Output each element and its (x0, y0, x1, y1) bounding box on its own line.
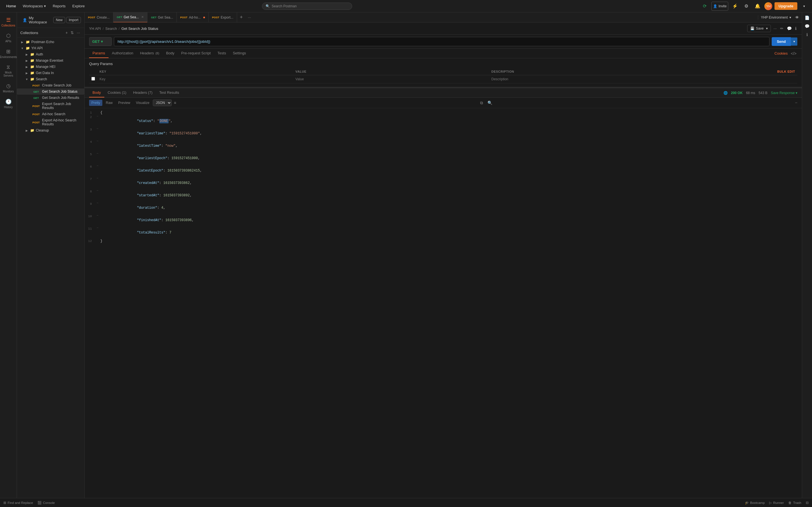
tree-item-get-data-in[interactable]: ▶ 📁 Get Data In (17, 70, 84, 76)
tree-item-get-search-job-status[interactable]: GET Get Search Job Status (17, 89, 84, 95)
tab-pre-request[interactable]: Pre-request Script (178, 49, 214, 58)
code-view-button[interactable]: </> (790, 50, 797, 57)
lightning-icon[interactable]: ⚡ (730, 2, 740, 11)
tree-item-get-search-job-results[interactable]: GET Get Search Job Results (17, 95, 84, 101)
tree-item-search[interactable]: ▼ 📁 Search (17, 76, 84, 82)
add-collection-button[interactable]: + (64, 30, 68, 36)
tab-params[interactable]: Params (89, 49, 109, 58)
docs-icon[interactable]: 📄 (804, 15, 810, 21)
new-collection-button[interactable]: New (53, 17, 65, 23)
url-input[interactable] (114, 37, 769, 46)
tree-item-manage-hei[interactable]: ▶ 📁 Manage HEI (17, 64, 84, 70)
upgrade-button[interactable]: Upgrade (774, 2, 797, 10)
search-response-button[interactable]: 🔍 (486, 100, 493, 106)
import-button[interactable]: Import (66, 17, 81, 23)
value-input[interactable] (296, 77, 487, 81)
expand-arrow: ▶ (25, 53, 29, 56)
copy-button[interactable]: ⧉ (479, 100, 484, 106)
format-pretty[interactable]: Pretty (89, 100, 102, 106)
sidebar-item-mock-servers[interactable]: ⧖ Mock Servers (1, 62, 16, 79)
tree-item-adhoc-search[interactable]: POST Ad-hoc Search (17, 111, 84, 117)
bootcamp-button[interactable]: 🎓 Bootcamp (745, 501, 765, 505)
workspace-selector[interactable]: 👤 My Workspace (20, 15, 52, 25)
runner-button[interactable]: ▷ Runner (769, 501, 784, 505)
tab-body[interactable]: Body (163, 49, 178, 58)
comment-button[interactable]: 💬 (786, 25, 793, 32)
nav-home[interactable]: Home (3, 2, 19, 10)
invite-button[interactable]: 👤 Invite (711, 2, 728, 11)
edit-button[interactable]: ✏ (779, 25, 784, 32)
tab-close-icon[interactable]: ✕ (141, 15, 144, 19)
tab-get-search-status[interactable]: GET Get Sea... ✕ (113, 12, 148, 22)
resp-tab-body[interactable]: Body (89, 88, 104, 98)
tab-create[interactable]: POST Create... (85, 12, 113, 22)
tree-item-postman-echo[interactable]: ▶ 📁 Postman Echo (17, 39, 84, 45)
info-button[interactable]: ℹ (794, 25, 797, 32)
tree-item-create-search-job[interactable]: POST Create Search Job (17, 82, 84, 89)
nav-reports[interactable]: Reports (50, 2, 68, 10)
tree-item-export-adhoc-search[interactable]: POST Export Ad-hoc Search Results (17, 117, 84, 127)
more-actions-button[interactable]: ··· (772, 25, 777, 32)
save-response-button[interactable]: Save Response ▾ (771, 91, 797, 95)
nav-explore[interactable]: Explore (70, 2, 88, 10)
key-input[interactable] (100, 77, 291, 81)
resp-tab-headers[interactable]: Headers (7) (130, 88, 156, 98)
value-cell[interactable] (293, 75, 489, 83)
description-input[interactable] (492, 77, 683, 81)
sidebar-item-collections[interactable]: ☰ Collections (1, 15, 16, 29)
tab-headers[interactable]: Headers (8) (137, 49, 163, 58)
settings-icon[interactable]: ⚙ (742, 2, 751, 11)
tab-get-search-results[interactable]: GET Get Sea... (147, 12, 177, 22)
console-button[interactable]: ⬛ Console (38, 501, 55, 505)
wrap-button[interactable]: ≡ (173, 100, 177, 106)
format-raw[interactable]: Raw (103, 100, 115, 106)
sidebar-item-history[interactable]: 🕐 History (1, 96, 16, 111)
sort-collections-button[interactable]: ⇅ (70, 30, 75, 36)
eye-icon[interactable]: 👁 (795, 15, 799, 20)
json-format-select[interactable]: JSON XML HTML (153, 100, 172, 106)
tab-adhoc[interactable]: POST Ad-ho... (177, 12, 209, 22)
nav-workspaces[interactable]: Workspaces ▾ (20, 2, 49, 10)
bulk-edit-button[interactable]: Bulk Edit (704, 68, 797, 75)
find-replace-button[interactable]: ⊞ Find and Replace (3, 501, 33, 505)
sync-icon[interactable]: ⟳ (700, 2, 709, 11)
tab-authorization[interactable]: Authorization (109, 49, 137, 58)
send-dropdown-button[interactable]: ▾ (791, 38, 797, 46)
add-tab-button[interactable]: + (237, 14, 246, 20)
tree-item-yh-api[interactable]: ▼ 📁 YH API (17, 45, 84, 51)
sidebar-item-environments[interactable]: ⊞ Environments (1, 46, 16, 61)
sidebar-item-monitors[interactable]: ◷ Monitors (1, 80, 16, 95)
more-collections-button[interactable]: ··· (76, 30, 81, 36)
desc-cell[interactable] (489, 75, 685, 83)
user-avatar[interactable]: YH (764, 2, 772, 10)
info-icon[interactable]: ℹ (806, 32, 809, 38)
format-visualize[interactable]: Visualize (134, 100, 152, 106)
send-main-button[interactable]: Send (772, 37, 791, 46)
row-checkbox[interactable] (89, 75, 97, 83)
format-preview[interactable]: Preview (116, 100, 133, 106)
save-dropdown-icon[interactable]: ▾ (766, 26, 768, 31)
sidebar-item-apis[interactable]: ⬡ APIs (1, 31, 16, 45)
trash-button[interactable]: 🗑 Trash (788, 501, 801, 504)
comments-icon[interactable]: 💬 (804, 23, 810, 29)
environment-selector[interactable]: YHP Environment ▾ 👁 (758, 15, 802, 20)
layout-button[interactable]: ⊟ (806, 501, 809, 505)
tree-item-manage-eventset[interactable]: ▶ 📁 Manage Eventset (17, 57, 84, 64)
notifications-icon[interactable]: 🔔 (753, 2, 762, 11)
save-button[interactable]: 💾 Params Save ▾ (747, 25, 771, 32)
resp-tab-test-results[interactable]: Test Results (156, 88, 183, 98)
key-cell[interactable] (97, 75, 293, 83)
tree-item-auth[interactable]: ▶ 📁 Auth (17, 51, 84, 57)
tab-settings[interactable]: Settings (230, 49, 250, 58)
cookies-link[interactable]: Cookies (774, 51, 788, 55)
tab-export[interactable]: POST Export... (209, 12, 237, 22)
tree-item-export-search-job-results[interactable]: POST Export Search Job Results (17, 101, 84, 111)
tree-item-cleanup[interactable]: ▶ 📁 Cleanup (17, 127, 84, 133)
resp-tab-cookies[interactable]: Cookies (1) (104, 88, 130, 98)
more-tabs-button[interactable]: ··· (246, 15, 253, 19)
search-bar[interactable]: 🔍 Search Postman (262, 3, 352, 10)
expand-icon[interactable]: ▾ (800, 2, 809, 11)
param-checkbox[interactable] (91, 77, 95, 80)
tab-tests[interactable]: Tests (214, 49, 229, 58)
method-selector[interactable]: GET ▾ (89, 37, 112, 46)
